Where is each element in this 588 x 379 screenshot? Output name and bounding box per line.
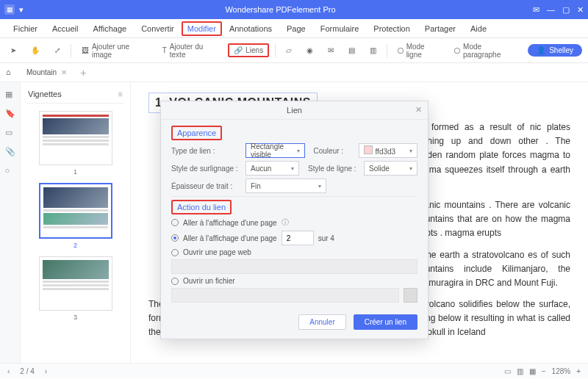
chevron-down-icon: ▾ <box>409 165 412 172</box>
thumbnails-menu-icon[interactable]: ≡ <box>118 90 123 98</box>
menu-fichier[interactable]: Fichier <box>6 21 45 36</box>
links-label: Liens <box>245 46 263 54</box>
select-tool-icon[interactable]: ➤ <box>6 44 21 57</box>
thickness-value: Fin <box>251 182 261 190</box>
header-icon[interactable]: ▤ <box>344 44 359 57</box>
radio-open-web-label: Ouvrir une page web <box>183 248 251 256</box>
quicksave-icon[interactable]: ▾ <box>19 5 24 15</box>
link-type-select[interactable]: Rectangle visible▾ <box>245 143 305 158</box>
menu-formulaire[interactable]: Formulaire <box>313 21 367 36</box>
mode-line-toggle[interactable]: Mode ligne <box>393 40 444 61</box>
thumbnails-icon[interactable]: ▦ <box>5 90 15 100</box>
app-title: Wondershare PDFelement Pro <box>28 5 533 14</box>
bookmarks-icon[interactable]: 🔖 <box>5 109 15 119</box>
web-url-input[interactable] <box>171 259 417 274</box>
menu-modifier[interactable]: Modifier <box>182 21 222 36</box>
user-icon: 👤 <box>537 46 545 54</box>
page-next-icon[interactable]: › <box>45 367 47 375</box>
thumb-number: 1 <box>26 168 124 176</box>
viewmode-icon[interactable]: ▭ <box>504 367 511 375</box>
line-style-select[interactable]: Solide▾ <box>364 161 417 176</box>
thumb-number: 2 <box>26 242 124 249</box>
doc-tab-label: Mountain <box>26 68 57 76</box>
browse-file-button[interactable] <box>404 288 417 303</box>
menu-partager[interactable]: Partager <box>417 21 463 36</box>
menu-aide[interactable]: Aide <box>463 21 494 36</box>
radio-open-file-label: Ouvrir un fichier <box>183 277 235 285</box>
color-swatch <box>364 145 373 154</box>
menu-annotations[interactable]: Annotations <box>222 21 279 36</box>
zoom-tool-icon[interactable]: ⤢ <box>50 44 65 57</box>
background-icon[interactable]: ✉ <box>323 44 338 57</box>
radio-goto-view[interactable] <box>171 219 179 226</box>
page-number-input[interactable] <box>282 231 314 245</box>
app-logo-icon: ▦ <box>4 4 15 15</box>
dialog-close-icon[interactable]: ✕ <box>415 105 422 115</box>
add-image-label: Ajouter une image <box>92 43 148 59</box>
chevron-down-icon: ▾ <box>318 183 321 190</box>
notif-icon[interactable]: ✉ <box>533 5 539 15</box>
label-line-style: Style de ligne : <box>308 165 359 173</box>
doc-tab[interactable]: Mountain✕ <box>21 67 73 78</box>
separator <box>387 44 387 57</box>
close-icon[interactable]: ✕ <box>577 5 584 15</box>
section-action-header: Action du lien <box>171 200 232 214</box>
mode-line-label: Mode ligne <box>406 43 440 59</box>
zoom-in-icon[interactable]: + <box>576 367 581 375</box>
thickness-select[interactable]: Fin▾ <box>245 178 326 193</box>
menu-protection[interactable]: Protection <box>366 21 417 36</box>
tab-close-icon[interactable]: ✕ <box>61 68 67 76</box>
page-thumbnail[interactable] <box>39 256 112 311</box>
link-icon: 🔗 <box>234 46 243 54</box>
minimize-icon[interactable]: — <box>547 5 555 14</box>
menu-accueil[interactable]: Accueil <box>45 21 85 36</box>
label-thickness: Épaisseur de trait : <box>171 182 241 190</box>
viewmode-icon[interactable]: ▥ <box>517 367 523 375</box>
menu-affichage[interactable]: Affichage <box>85 21 134 36</box>
menu-page[interactable]: Page <box>279 21 313 36</box>
highlight-select[interactable]: Aucun▾ <box>245 161 299 176</box>
link-dialog: Lien✕ Apparence Type de lien : Rectangle… <box>160 101 429 339</box>
zoom-out-icon[interactable]: − <box>542 367 546 375</box>
user-name: Shelley <box>549 46 573 54</box>
user-pill[interactable]: 👤Shelley <box>528 44 582 57</box>
file-path-input[interactable] <box>171 288 399 303</box>
attachments-icon[interactable]: 📎 <box>5 147 15 157</box>
page-thumbnail[interactable] <box>39 111 112 165</box>
color-value: ffd3d3 <box>376 148 396 156</box>
chevron-down-icon: ▾ <box>291 165 294 172</box>
statusbar: ‹ 2 / 4 › ▭ ▥ ▦ − 128% + <box>0 363 588 379</box>
page-prev-icon[interactable]: ‹ <box>7 367 10 375</box>
menu-convertir[interactable]: Convertir <box>134 21 182 36</box>
comments-icon[interactable]: ▭ <box>5 128 15 138</box>
links-button[interactable]: 🔗Liens <box>228 43 269 57</box>
viewmode-icon[interactable]: ▦ <box>529 367 536 375</box>
highlight-value: Aucun <box>251 165 271 173</box>
mode-para-label: Mode paragraphe <box>463 43 517 59</box>
add-text-button[interactable]: TAjouter du texte <box>158 40 223 61</box>
add-image-button[interactable]: 🖼Ajouter une image <box>77 40 152 61</box>
titlebar: ▦ ▾ Wondershare PDFelement Pro ✉ — ▢ ✕ <box>0 0 588 19</box>
radio-goto-page[interactable] <box>171 234 179 242</box>
info-icon[interactable]: ⓘ <box>282 217 289 228</box>
thumbnails-panel: Vignettes≡ 1 2 3 <box>21 82 131 363</box>
crop-icon[interactable]: ▱ <box>282 44 296 57</box>
home-icon[interactable]: ⌂ <box>6 68 16 78</box>
new-tab-button[interactable]: + <box>77 67 89 79</box>
radio-open-file[interactable] <box>171 278 179 285</box>
page-thumbnail[interactable] <box>39 183 112 239</box>
maximize-icon[interactable]: ▢ <box>562 5 570 15</box>
watermark-icon[interactable]: ◉ <box>302 44 318 57</box>
cancel-button[interactable]: Annuler <box>298 314 345 330</box>
pan-tool-icon[interactable]: ✋ <box>26 44 44 57</box>
page-indicator: 2 / 4 <box>20 367 34 375</box>
document-tabs: ⌂ Mountain✕ + <box>0 63 588 82</box>
color-select[interactable]: ffd3d3▾ <box>359 143 418 158</box>
create-link-button[interactable]: Créer un lien <box>354 314 417 330</box>
radio-open-web[interactable] <box>171 249 179 256</box>
mode-para-toggle[interactable]: Mode paragraphe <box>450 40 522 61</box>
search-panel-icon[interactable]: ○ <box>5 166 15 176</box>
image-icon: 🖼 <box>82 46 89 54</box>
footer-icon[interactable]: ▥ <box>365 44 381 57</box>
page-of-label: sur 4 <box>318 234 334 242</box>
